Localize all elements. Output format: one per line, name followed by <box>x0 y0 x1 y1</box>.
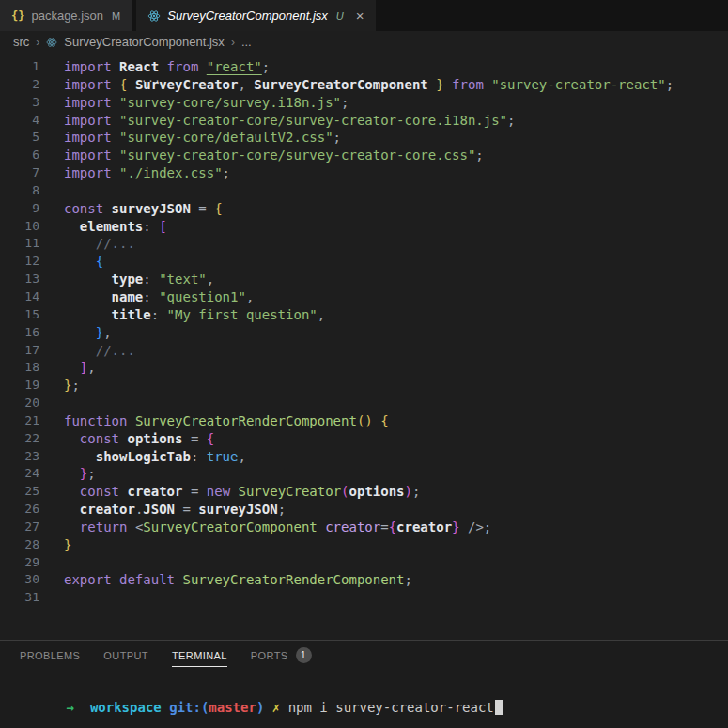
line-number: 10 <box>0 218 39 236</box>
line-number: 9 <box>0 200 39 218</box>
line-number: 27 <box>0 519 39 536</box>
code-text: }; <box>39 377 80 395</box>
code-text: showLogicTab: true, <box>39 448 246 466</box>
code-text: const surveyJSON = { <box>39 200 223 218</box>
code-text: ], <box>39 359 96 377</box>
code-line[interactable]: 9const surveyJSON = { <box>0 200 728 218</box>
line-number: 28 <box>0 536 39 554</box>
code-text: }, <box>39 324 112 342</box>
code-line[interactable]: 19}; <box>0 377 728 395</box>
code-text: const options = { <box>39 430 214 448</box>
code-line[interactable]: 27 return <SurveyCreatorComponent creato… <box>0 519 728 536</box>
panel-tab-output[interactable]: OUTPUT <box>103 644 148 666</box>
code-text: title: "My first question", <box>39 306 325 324</box>
line-number: 17 <box>0 342 39 360</box>
code-text <box>39 182 64 200</box>
line-number: 30 <box>0 571 39 589</box>
code-line[interactable]: 5import "survey-core/defaultV2.css"; <box>0 129 728 147</box>
react-file-icon <box>46 37 57 48</box>
code-text: type: "text", <box>39 271 214 288</box>
code-text: const creator = new SurveyCreator(option… <box>39 483 420 501</box>
line-number: 21 <box>0 412 39 430</box>
tab-survey-creator-component[interactable]: SurveyCreatorComponent.jsx U × <box>136 0 375 31</box>
line-number: 19 <box>0 377 39 395</box>
code-line[interactable]: 6import "survey-creator-core/survey-crea… <box>0 147 728 164</box>
code-text: function SurveyCreatorRenderComponent() … <box>39 412 389 430</box>
code-line[interactable]: 29 <box>0 554 728 572</box>
git-modified-badge: M <box>112 10 120 22</box>
code-line[interactable]: 20 <box>0 395 728 412</box>
breadcrumb-item-symbol[interactable]: ... <box>241 35 252 49</box>
breadcrumb-item-src[interactable]: src <box>13 35 29 49</box>
line-number: 12 <box>0 253 39 271</box>
code-text: creator.JSON = surveyJSON; <box>39 501 286 519</box>
code-line[interactable]: 7import "./index.css"; <box>0 164 728 182</box>
git-untracked-badge: U <box>336 10 344 22</box>
line-number: 11 <box>0 235 39 253</box>
code-line[interactable]: 24 }; <box>0 465 728 483</box>
code-line[interactable]: 17 //... <box>0 342 728 360</box>
line-number: 8 <box>0 182 39 200</box>
code-line[interactable]: 26 creator.JSON = surveyJSON; <box>0 501 728 519</box>
line-number: 2 <box>0 76 39 94</box>
line-number: 5 <box>0 129 39 147</box>
code-text: elements: [ <box>39 218 167 236</box>
terminal-prompt-line: → workspace git:(master) ✗ npm i survey-… <box>67 700 494 715</box>
editor-tab-bar: {} package.json M SurveyCreatorComponent… <box>0 0 728 31</box>
code-line[interactable]: 28} <box>0 536 728 554</box>
code-text: name: "question1", <box>39 288 254 306</box>
code-line[interactable]: 18 ], <box>0 359 728 377</box>
code-line[interactable]: 3import "survey-core/survey.i18n.js"; <box>0 94 728 112</box>
vscode-window: {} package.json M SurveyCreatorComponent… <box>0 0 728 728</box>
panel-tab-bar: PROBLEMS OUTPUT TERMINAL PORTS 1 <box>0 641 728 670</box>
line-number: 24 <box>0 465 39 483</box>
line-number: 7 <box>0 164 39 182</box>
code-line[interactable]: 15 title: "My first question", <box>0 306 728 324</box>
line-number: 4 <box>0 112 39 130</box>
line-number: 1 <box>0 58 39 76</box>
panel-tab-ports-label: PORTS <box>251 644 288 666</box>
code-text: //... <box>39 342 135 360</box>
close-icon[interactable]: × <box>356 8 364 23</box>
code-line[interactable]: 10 elements: [ <box>0 218 728 236</box>
code-line[interactable]: 14 name: "question1", <box>0 288 728 306</box>
chevron-right-icon: › <box>36 36 39 49</box>
code-line[interactable]: 21function SurveyCreatorRenderComponent(… <box>0 412 728 430</box>
code-text: export default SurveyCreatorRenderCompon… <box>39 571 412 589</box>
code-text <box>39 395 64 412</box>
code-line[interactable]: 31 <box>0 589 728 607</box>
code-line[interactable]: 8 <box>0 182 728 200</box>
line-number: 18 <box>0 359 39 377</box>
panel-tab-ports[interactable]: PORTS 1 <box>251 644 312 666</box>
tab-package-json[interactable]: {} package.json M <box>0 0 132 31</box>
code-line[interactable]: 1import React from "react";... <box>0 58 728 76</box>
code-line[interactable]: 13 type: "text", <box>0 271 728 288</box>
code-text: return <SurveyCreatorComponent creator={… <box>39 519 491 536</box>
code-text: { <box>39 253 103 271</box>
code-editor[interactable]: 1import React from "react";...2import { … <box>0 53 728 640</box>
code-text <box>39 589 64 607</box>
code-line[interactable]: 23 showLogicTab: true, <box>0 448 728 466</box>
code-line[interactable]: 16 }, <box>0 324 728 342</box>
code-text: import "survey-core/survey.i18n.js"; <box>39 94 349 112</box>
chevron-right-icon: › <box>231 36 235 49</box>
panel-tab-terminal[interactable]: TERMINAL <box>172 644 227 667</box>
line-number: 16 <box>0 324 39 342</box>
code-text: import React from "react";... <box>39 58 270 76</box>
code-text: import "./index.css"; <box>39 164 230 182</box>
code-line[interactable]: 2import { SurveyCreator, SurveyCreatorCo… <box>0 76 728 94</box>
code-line[interactable]: 12 { <box>0 253 728 271</box>
code-line[interactable]: 30export default SurveyCreatorRenderComp… <box>0 571 728 589</box>
code-text: import "survey-creator-core/survey-creat… <box>39 112 515 130</box>
line-number: 6 <box>0 147 39 164</box>
code-line[interactable]: 4import "survey-creator-core/survey-crea… <box>0 112 728 130</box>
terminal[interactable]: → workspace git:(master) ✗ npm i survey-… <box>0 682 728 728</box>
code-line[interactable]: 22 const options = { <box>0 430 728 448</box>
breadcrumb-item-file[interactable]: SurveyCreatorComponent.jsx <box>64 35 225 49</box>
code-line[interactable]: 11 //... <box>0 235 728 253</box>
code-text: //... <box>39 235 135 253</box>
code-text: import "survey-core/defaultV2.css"; <box>39 129 341 147</box>
code-line[interactable]: 25 const creator = new SurveyCreator(opt… <box>0 483 728 501</box>
panel-tab-problems[interactable]: PROBLEMS <box>20 644 80 666</box>
ports-count-badge: 1 <box>296 647 312 663</box>
